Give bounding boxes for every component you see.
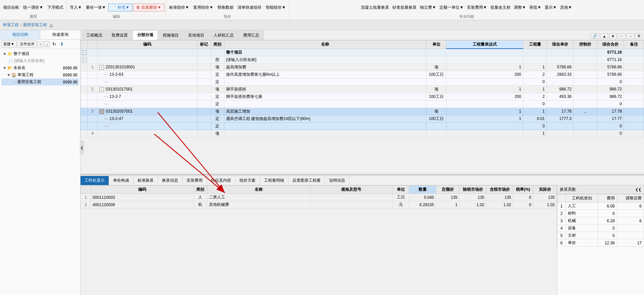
btn-float-mode[interactable]: 下浮模式 (46, 4, 65, 11)
cth-category[interactable]: 工料机类别 (566, 194, 598, 202)
btn-quick-compose[interactable]: 清单快速组价 (236, 4, 263, 11)
tree-item-whole-project[interactable]: ▼ 📁 整个项目 (1, 50, 79, 57)
td-expr[interactable]: 200 (446, 71, 523, 78)
th-unit[interactable]: 单位 (426, 41, 446, 49)
btn-project-check[interactable]: 项目自检 (1, 4, 21, 11)
btn-tab-up[interactable]: ▲ (600, 34, 608, 39)
table-row[interactable]: - 整个项目 6771.16 (81, 49, 644, 56)
bottom-table-row[interactable]: 2 4001120009 机 其他机械费 元 6.28155 1 1.02 1.… (81, 201, 557, 209)
bottom-tab-description[interactable]: 说明信息 (325, 176, 350, 185)
btn-refresh[interactable]: ↻ (51, 41, 58, 47)
tab-project-structure[interactable]: 项目结构 (0, 30, 40, 39)
cth-fee[interactable]: 费用 (598, 194, 617, 202)
th-expr[interactable]: 工程量表达式 (446, 41, 523, 49)
btn-reuse-compose[interactable]: 复用组价▼ (192, 4, 215, 11)
cth-adjusted[interactable]: 调整后费 (617, 194, 644, 202)
list-item[interactable]: 5 主材 0 (557, 232, 644, 239)
btn-tab-left-arrow[interactable]: ← (618, 34, 626, 39)
th-note[interactable]: 备注 (624, 41, 644, 49)
expand-icon[interactable]: - (82, 58, 87, 62)
tree-item-single[interactable]: ▼ 🏠 单项工程 8996.96 (1, 71, 79, 78)
tab-quick-search[interactable]: 快速查询 (40, 30, 80, 39)
table-row-selected[interactable]: 3 - 031302007001 项 高层施工增加 项 1 1 17.78 ..… (81, 108, 644, 115)
btn-smart-compose[interactable]: 智能组价▼ (264, 4, 287, 11)
bottom-tab-calc-info[interactable]: 换算信息 (158, 176, 182, 185)
table-row[interactable]: 4 项 1 0 (81, 130, 644, 137)
btn-batch-delete[interactable]: 🗑 批量删除▼ (133, 4, 164, 11)
btn-quota-unit[interactable]: 定额一单位▼ (438, 4, 465, 11)
btn-independent-fee[interactable]: 独立费▼ (419, 4, 437, 11)
expand-icon[interactable]: - (99, 65, 104, 70)
bottom-tab-features[interactable]: 特征及内容 (207, 176, 235, 185)
btn-download[interactable]: ⬇ (58, 41, 65, 47)
nav-single-project[interactable]: 单项工程 (3, 22, 19, 28)
list-item[interactable]: 6 单价 12.36 17 (557, 239, 644, 247)
table-row[interactable]: — 定 0 0 (81, 122, 644, 130)
expand-icon[interactable]: - (99, 87, 104, 92)
btn-display[interactable]: 显示▼ (543, 4, 558, 11)
btn-tab-settings[interactable]: ⚙ (635, 33, 643, 39)
btn-install-fee[interactable]: 安装费用▼ (466, 4, 488, 11)
tab-measures[interactable]: 措施项目 (158, 31, 183, 40)
table-row[interactable]: — 定 0 0 (81, 100, 644, 108)
bottom-tab-labor-machine[interactable]: 工料机显示 (80, 176, 109, 185)
bottom-tab-install-fee[interactable]: 安装费用 (182, 176, 207, 185)
bth-category[interactable]: 类别 (194, 186, 207, 194)
th-name[interactable]: 名称 (224, 41, 426, 49)
bth-tax-incl[interactable]: 含税市场价 (486, 186, 513, 194)
th-mark[interactable]: 标记 (197, 41, 211, 49)
conversion-expand-btn[interactable]: ❮❮ (635, 187, 641, 192)
tab-section-item[interactable]: 分部分项 (133, 30, 158, 40)
bth-code[interactable]: 编码 (91, 186, 194, 194)
th-qty[interactable]: 工程量 (523, 41, 547, 49)
btn-mortar-calc[interactable]: 砂浆批量换算 (391, 4, 418, 11)
btn-import[interactable]: 导入▼ (68, 4, 84, 11)
btn-unified-price[interactable]: 统一调价▼ (21, 4, 45, 11)
nav-general-install[interactable]: 通用安装工程 (23, 22, 47, 28)
tab-other-items[interactable]: 其他项目 (184, 31, 209, 40)
tab-labor-material[interactable]: 人材机汇总 (209, 31, 238, 40)
table-row[interactable]: — 13-2-7 定 脚手架搭拆费第七册 100工日 200 2 493.36 … (81, 93, 644, 100)
table-row[interactable]: — 定 0 0 (81, 78, 644, 85)
bth-actual[interactable]: 实际价 (533, 186, 557, 194)
bottom-tab-compose-plan[interactable]: 组价方案 (235, 176, 260, 185)
btn-move-up[interactable]: ↑ (38, 41, 44, 47)
bth-spec[interactable]: 规格及型号 (310, 186, 392, 194)
table-row[interactable]: - 部 [请输入分部名称] 6771.16 (81, 56, 644, 63)
table-row[interactable]: — 13-2-63 定 操作高度增加费第七册6m以上 100工日 200 2 2… (81, 71, 644, 78)
tree-item-unnamed[interactable]: ▼ 📂 未命名 8996.96 (1, 64, 79, 71)
td-expr[interactable]: 1 (446, 108, 523, 115)
tab-overview[interactable]: 工程概况 (82, 31, 107, 40)
th-ctrl[interactable]: 控制价 (574, 41, 597, 49)
bth-unit[interactable]: 单位 (392, 186, 409, 194)
table-row[interactable]: 1 - Z031301019001 项 超高增加费 项 1 1 5766.66 (81, 63, 644, 71)
btn-file-merge[interactable]: 文件合并 (17, 41, 37, 48)
btn-adjust[interactable]: 调整▼ (513, 4, 527, 11)
list-item[interactable]: 3 机械 6.28 6 (557, 217, 644, 225)
tree-item-general-install[interactable]: — 通用安装工程 8996.96 (1, 78, 79, 85)
table-row[interactable]: 2 - 031301017001 项 脚手架搭拆 项 1 1 986.72 (81, 85, 644, 93)
btn-supplement[interactable]: 📄 补充▼ (108, 4, 132, 11)
bottom-tab-standard-calc[interactable]: 标准换算 (133, 176, 158, 185)
table-row[interactable]: — 13-2-47 定 通风空调工程 建筑物超高增加费24层以下(80m) 10… (81, 115, 644, 122)
bottom-table-row[interactable]: 1 0001110003 人 二类人工 工日 0.045 135 135 135 (81, 194, 557, 201)
tree-toggle-whole[interactable]: ▼ (3, 52, 7, 56)
btn-review[interactable]: 审批▼ (528, 4, 543, 11)
btn-batch-main-material[interactable]: 批量改主材 (489, 4, 512, 11)
td-expr[interactable] (446, 78, 523, 85)
btn-tab-link[interactable]: 🔗 (591, 33, 599, 39)
td-expr[interactable]: 200 (446, 93, 523, 100)
bth-tax-rate[interactable]: 税率(%) (513, 186, 533, 194)
th-code[interactable]: 编码 (98, 41, 198, 49)
btn-tab-down[interactable]: ▼ (609, 34, 617, 39)
th-total[interactable]: 综合合价 (597, 41, 624, 49)
expand-icon[interactable]: - (99, 109, 104, 114)
tree-toggle-unnamed[interactable]: ▼ (3, 66, 7, 70)
td-expr[interactable]: 1 (446, 63, 523, 71)
btn-standard-compose[interactable]: 标准组价▼ (167, 4, 191, 11)
tree-toggle-single[interactable]: ▼ (7, 73, 11, 77)
bottom-tab-qty-detail[interactable]: 工程量明细 (260, 176, 288, 185)
bottom-tab-trace-qty[interactable]: 反查图形工程量 (288, 176, 325, 185)
btn-move-down[interactable]: ↓ (44, 41, 50, 47)
btn-concrete-calc[interactable]: 混凝土批量换算 (360, 4, 390, 11)
